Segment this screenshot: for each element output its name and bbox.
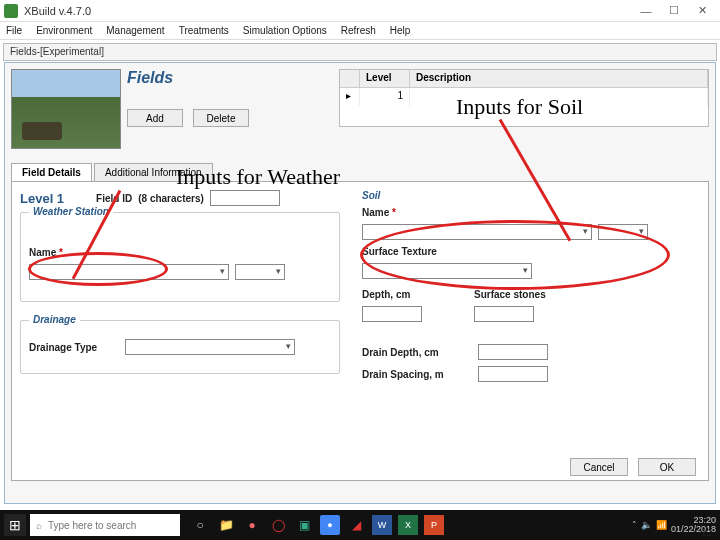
depth-input[interactable] bbox=[362, 306, 422, 322]
page-number: 12 bbox=[701, 526, 712, 538]
explorer-icon[interactable]: 📁 bbox=[216, 515, 236, 535]
app-icon[interactable]: ▣ bbox=[294, 515, 314, 535]
taskbar-search[interactable]: ⌕ Type here to search bbox=[30, 514, 180, 536]
page-title: Fields bbox=[127, 69, 327, 87]
drain-depth-input[interactable] bbox=[478, 344, 548, 360]
weather-station-group: Weather Station Name bbox=[20, 212, 340, 302]
grid-header-level: Level bbox=[360, 70, 410, 87]
surface-texture-label: Surface Texture bbox=[362, 246, 437, 257]
soil-name-label: Name bbox=[362, 207, 396, 218]
surface-stones-input[interactable] bbox=[474, 306, 534, 322]
fields-grid[interactable]: Level Description ▸ 1 bbox=[339, 69, 709, 127]
soil-group-title: Soil bbox=[362, 190, 380, 201]
drainage-group: Drainage Drainage Type bbox=[20, 320, 340, 374]
opera-icon[interactable]: ◯ bbox=[268, 515, 288, 535]
minimize-button[interactable]: — bbox=[632, 2, 660, 20]
grid-cell-description bbox=[410, 88, 708, 106]
app-logo-icon bbox=[4, 4, 18, 18]
tab-page: Level 1 Field ID (8 characters) Weather … bbox=[11, 181, 709, 481]
weather-group-title: Weather Station bbox=[29, 206, 113, 217]
drainage-type-label: Drainage Type bbox=[29, 342, 119, 353]
child-window-title: Fields-[Experimental] bbox=[3, 43, 717, 61]
tab-strip: Field Details Additional Information bbox=[11, 163, 709, 182]
cortana-icon[interactable]: ○ bbox=[190, 515, 210, 535]
maximize-button[interactable]: ☐ bbox=[660, 2, 688, 20]
depth-label: Depth, cm bbox=[362, 289, 432, 300]
level-label: Level 1 bbox=[20, 191, 64, 206]
volume-icon[interactable]: 🔈 bbox=[641, 520, 652, 530]
menu-file[interactable]: File bbox=[6, 25, 22, 36]
drain-spacing-label: Drain Spacing, m bbox=[362, 369, 472, 380]
field-photo bbox=[11, 69, 121, 149]
wifi-icon[interactable]: 📶 bbox=[656, 520, 667, 530]
word-icon[interactable]: W bbox=[372, 515, 392, 535]
surface-texture-select[interactable] bbox=[362, 263, 532, 279]
start-button[interactable]: ⊞ bbox=[4, 514, 26, 536]
field-id-input[interactable] bbox=[210, 190, 280, 206]
acrobat-icon[interactable]: ◢ bbox=[346, 515, 366, 535]
taskbar-icons: ○ 📁 ● ◯ ▣ ● ◢ W X P bbox=[190, 515, 444, 535]
cancel-button[interactable]: Cancel bbox=[570, 458, 628, 476]
ok-button[interactable]: OK bbox=[638, 458, 696, 476]
soil-name-select[interactable] bbox=[362, 224, 592, 240]
weather-name-label: Name bbox=[29, 247, 63, 258]
drain-spacing-input[interactable] bbox=[478, 366, 548, 382]
field-id-hint: (8 characters) bbox=[138, 193, 204, 204]
tab-additional-info[interactable]: Additional Information bbox=[94, 163, 213, 182]
excel-icon[interactable]: X bbox=[398, 515, 418, 535]
surface-stones-label: Surface stones bbox=[474, 289, 546, 300]
drainage-type-select[interactable] bbox=[125, 339, 295, 355]
header-row: Fields Add Delete Level Description ▸ 1 bbox=[11, 69, 709, 153]
weather-name-aux-select[interactable] bbox=[235, 264, 285, 280]
grid-cell-level: 1 bbox=[360, 88, 410, 106]
menubar: File Environment Management Treatments S… bbox=[0, 22, 720, 40]
menu-management[interactable]: Management bbox=[106, 25, 164, 36]
tray-chevron-icon[interactable]: ˄ bbox=[632, 520, 637, 530]
grid-row-marker: ▸ bbox=[340, 88, 360, 106]
content-panel: Fields Add Delete Level Description ▸ 1 … bbox=[4, 62, 716, 504]
weather-name-select[interactable] bbox=[29, 264, 229, 280]
powerpoint-icon[interactable]: P bbox=[424, 515, 444, 535]
titlebar: XBuild v.4.7.0 — ☐ ✕ bbox=[0, 0, 720, 22]
drainage-group-title: Drainage bbox=[29, 314, 80, 325]
grid-header-selector bbox=[340, 70, 360, 87]
field-id-label: Field ID bbox=[96, 193, 132, 204]
tab-field-details[interactable]: Field Details bbox=[11, 163, 92, 182]
menu-refresh[interactable]: Refresh bbox=[341, 25, 376, 36]
close-button[interactable]: ✕ bbox=[688, 2, 716, 20]
taskbar: ⊞ ⌕ Type here to search ○ 📁 ● ◯ ▣ ● ◢ W … bbox=[0, 510, 720, 540]
add-button[interactable]: Add bbox=[127, 109, 183, 127]
grid-row[interactable]: ▸ 1 bbox=[340, 88, 708, 106]
menu-environment[interactable]: Environment bbox=[36, 25, 92, 36]
chrome-icon[interactable]: ● bbox=[320, 515, 340, 535]
menu-help[interactable]: Help bbox=[390, 25, 411, 36]
soil-name-aux-select[interactable] bbox=[598, 224, 648, 240]
firefox-icon[interactable]: ● bbox=[242, 515, 262, 535]
search-icon: ⌕ bbox=[36, 520, 42, 531]
menu-simulation-options[interactable]: Simulation Options bbox=[243, 25, 327, 36]
delete-button[interactable]: Delete bbox=[193, 109, 249, 127]
app-title: XBuild v.4.7.0 bbox=[24, 5, 632, 17]
drain-depth-label: Drain Depth, cm bbox=[362, 347, 472, 358]
menu-treatments[interactable]: Treatments bbox=[179, 25, 229, 36]
search-placeholder: Type here to search bbox=[48, 520, 136, 531]
grid-header-description: Description bbox=[410, 70, 708, 87]
fields-header: Fields Add Delete bbox=[127, 69, 327, 153]
